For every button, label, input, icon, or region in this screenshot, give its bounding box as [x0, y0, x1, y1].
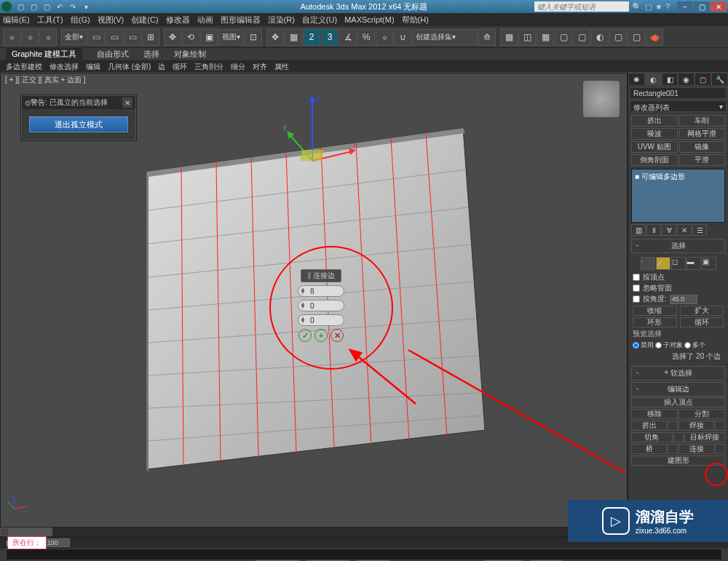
menu-graph-editors[interactable]: 图形编辑器 — [221, 15, 261, 25]
exit-isolate-button[interactable]: 退出孤立模式 — [29, 116, 128, 132]
ref-coord-combo[interactable]: 视图 ▾ — [218, 29, 244, 45]
unlink-icon[interactable]: ⟐ — [21, 28, 39, 46]
layers-icon[interactable]: ◫ — [518, 28, 536, 46]
rpanel-loops[interactable]: 循环 — [173, 62, 187, 72]
caddy-cancel-button[interactable]: ✕ — [331, 329, 344, 342]
render-setup-icon[interactable]: ▢ — [609, 28, 627, 46]
keyboard-icon[interactable]: ▦ — [285, 28, 302, 46]
snap-3d-icon[interactable]: 3 — [321, 28, 339, 46]
recent-icon[interactable]: ▢ — [645, 2, 652, 12]
menu-group[interactable]: 组(G) — [71, 15, 90, 25]
angle-snap-icon[interactable]: ∡ — [339, 28, 357, 46]
qbtn-bevelprofile[interactable]: 倒角剖面 — [631, 154, 678, 166]
help-search-input[interactable] — [534, 1, 629, 12]
extrude-button[interactable]: 挤出 — [631, 421, 667, 431]
scale-icon[interactable]: ▣ — [200, 28, 218, 46]
modifier-list-combo[interactable]: 修改器列表▾ — [630, 100, 727, 112]
chamfer-settings-button[interactable] — [673, 432, 684, 442]
render-icon[interactable]: 🫖 — [646, 28, 663, 46]
window-crossing-icon[interactable]: ⊞ — [142, 28, 159, 46]
qbtn-lathe[interactable]: 车削 — [679, 115, 726, 127]
minimize-button[interactable]: − — [677, 1, 693, 12]
element-level-icon[interactable]: ▣ — [702, 257, 716, 270]
preview-off-radio[interactable] — [633, 342, 639, 349]
close-button[interactable]: ✕ — [711, 1, 727, 12]
named-selection-combo[interactable]: 创建选择集 ▾ — [412, 29, 478, 45]
favorites-icon[interactable]: ★ — [655, 2, 662, 12]
insert-vertex-button[interactable]: 插入顶点 — [631, 397, 725, 407]
slide-spinner[interactable]: ▲▼0 — [298, 314, 344, 326]
viewcube[interactable] — [583, 81, 620, 117]
bridge-button[interactable]: 桥 — [631, 444, 667, 454]
menu-view[interactable]: 视图(V) — [98, 15, 124, 25]
scroll-left-icon[interactable] — [0, 528, 9, 536]
pinch-spinner[interactable]: ▲▼0 — [298, 300, 344, 311]
modifier-stack[interactable]: ■ 可编辑多边形 — [631, 169, 725, 223]
material-editor-icon[interactable]: ◐ — [591, 28, 609, 46]
preview-multi-radio[interactable] — [684, 342, 691, 349]
caddy-title[interactable]: ‖ 连接边 — [301, 269, 342, 282]
target-weld-button[interactable]: 目标焊接 — [684, 432, 726, 442]
snap-magnet-icon[interactable]: ∪ — [394, 28, 411, 46]
menu-rendering[interactable]: 渲染(R) — [268, 15, 295, 25]
rollout-soft-selection[interactable]: + 软选择 — [631, 366, 725, 381]
rollout-edit-edges[interactable]: 编辑边 — [631, 382, 725, 397]
qa-undo-icon[interactable]: ↶ — [54, 1, 66, 12]
mirror-icon[interactable]: ⟰ — [478, 28, 496, 46]
by-angle-checkbox[interactable] — [633, 295, 640, 303]
menu-maxscript[interactable]: MAXScript(M) — [344, 15, 394, 24]
angle-spinner[interactable]: 45.0 — [670, 295, 697, 304]
segments-spinner[interactable]: ▲▼8 — [298, 285, 344, 297]
qbtn-extrude[interactable]: 挤出 — [631, 115, 678, 127]
menu-modifiers[interactable]: 修改器 — [166, 15, 190, 25]
render-frame-icon[interactable]: ▢ — [628, 28, 645, 46]
rotate-icon[interactable]: ⟲ — [182, 28, 199, 46]
bind-icon[interactable]: ⟐ — [39, 28, 57, 46]
ribbon-tab-freeform[interactable]: 自由形式 — [97, 49, 129, 60]
weld-settings-button[interactable] — [715, 421, 725, 431]
split-button[interactable]: 分割 — [678, 409, 725, 419]
connect-settings-button[interactable] — [715, 444, 725, 454]
help-icon[interactable]: ? — [665, 2, 670, 11]
spinner-snap-icon[interactable]: ⟐ — [376, 28, 393, 46]
schematic-icon[interactable]: ▢ — [573, 28, 590, 46]
maximize-button[interactable]: ▢ — [694, 1, 710, 12]
ribbon-toggle-icon[interactable]: ▦ — [537, 28, 554, 46]
configure-icon[interactable]: ☰ — [692, 224, 707, 236]
edge-level-icon[interactable]: ／ — [656, 257, 670, 270]
rpanel-align[interactable]: 对齐 — [253, 62, 267, 72]
ring-button[interactable]: 环形 — [633, 317, 677, 327]
snap-2d-icon[interactable]: 2 — [303, 28, 320, 46]
align-icon[interactable]: ▦ — [500, 28, 518, 46]
chamfer-button[interactable]: 切角 — [631, 432, 673, 442]
rpanel-props[interactable]: 属性 — [274, 62, 289, 72]
qa-open-icon[interactable]: ▢ — [28, 1, 39, 12]
menu-animation[interactable]: 动画 — [197, 15, 213, 25]
menu-edit[interactable]: 编辑(E) — [3, 15, 30, 25]
viewport[interactable]: [ + ][ 正交 ][ 真实 + 边面 ] — [0, 73, 628, 528]
menu-tools[interactable]: 工具(T) — [37, 15, 63, 25]
track-bar[interactable] — [6, 549, 722, 560]
app-icon[interactable] — [1, 1, 12, 12]
move-icon[interactable]: ✥ — [164, 28, 181, 46]
grow-button[interactable]: 扩大 — [680, 306, 724, 316]
qbtn-meshsmooth[interactable]: 网格平滑 — [679, 128, 726, 140]
rpanel-polymodel[interactable]: 多边形建模 — [6, 62, 42, 72]
qbtn-noise[interactable]: 噪波 — [631, 128, 678, 140]
qbtn-uvwmap[interactable]: UVW 贴图 — [631, 141, 678, 153]
remove-button[interactable]: 移除 — [631, 409, 678, 419]
ribbon-tab-paint[interactable]: 对象绘制 — [174, 49, 206, 60]
modify-tab-icon[interactable]: ◐ — [645, 73, 662, 86]
ribbon-tab-selection[interactable]: 选择 — [143, 49, 159, 60]
select-region-icon[interactable]: ▭ — [124, 28, 141, 46]
by-vertex-checkbox[interactable] — [633, 274, 640, 281]
bridge-settings-button[interactable] — [668, 444, 678, 454]
polygon-level-icon[interactable]: ▬ — [687, 257, 701, 270]
rpanel-edges[interactable]: 边 — [158, 62, 165, 72]
curve-editor-icon[interactable]: ▢ — [555, 28, 572, 46]
select-icon[interactable]: ▭ — [87, 28, 105, 46]
pivot-icon[interactable]: ⊡ — [245, 28, 262, 46]
border-level-icon[interactable]: ◻ — [671, 257, 686, 270]
selection-filter-combo[interactable]: 全部 ▾ — [61, 29, 87, 45]
qa-more-icon[interactable]: ▾ — [80, 1, 92, 12]
